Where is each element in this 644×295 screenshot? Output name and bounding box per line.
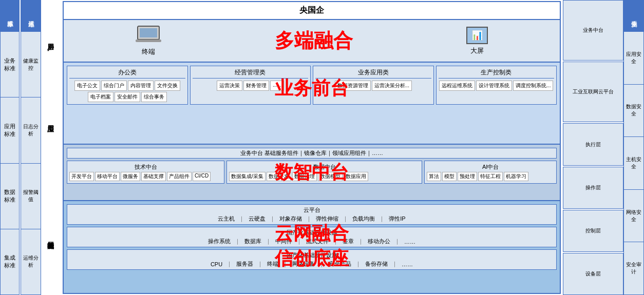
infra-layer: 云平台 云主机 ｜ 云硬盘 ｜ 对象存储 ｜ 弹性伸缩 ｜ 负载均衡 ｜ 弹性I…: [64, 201, 560, 293]
sw-item-6: 移动办公: [368, 238, 390, 245]
ai-items: 算法 模型 预处理 特征工程 机器学习: [427, 172, 554, 181]
industrial-block-1: 业务中台: [563, 0, 623, 61]
anquan-column: 安全体系 应用安全 数据安全 主机安全 网络安全 安全审计: [623, 0, 644, 295]
main-wrapper: 标准体系 业务标准 应用标准 数据标准 集成标准 运维体系 健康监控 日志分析 …: [0, 0, 644, 295]
tech-item-4: 基础支撑: [141, 172, 166, 181]
mgmt-item-1: 运营决策: [217, 81, 242, 91]
ai-platform: AI中台 算法 模型 预处理 特征工程 机器学习: [424, 161, 557, 184]
data-item-5: 数据应用: [344, 172, 368, 181]
platform-layer: 业务中台 基础服务组件｜镜像仓库｜领域应用组件｜…… 技术中台 开发平台 移动平…: [64, 145, 560, 201]
cloud-platform: 云平台 云主机 ｜ 云硬盘 ｜ 对象存储 ｜ 弹性伸缩 ｜ 负载均衡 ｜ 弹性I…: [67, 204, 557, 225]
hw-item-3: 终端: [267, 260, 278, 268]
yunwei-item-2: 日志分析: [21, 97, 41, 163]
office-item-4: 文件交换: [155, 81, 180, 91]
biaozhun-column: 标准体系 业务标准 应用标准 数据标准 集成标准: [0, 0, 20, 295]
sw-item-2: 数据库: [244, 238, 261, 245]
platform-sections: 技术中台 开发平台 移动平台 微服务 基础支撑 产品组件 CI/CD 数据中台 …: [67, 161, 557, 184]
yunwei-item-3: 报警阈值: [21, 163, 41, 229]
app-center-label-container: 业务前台: [67, 107, 557, 122]
terminal-section: 终端: [136, 25, 161, 56]
svg-rect-2: [136, 40, 161, 42]
industrial-block-6: 设备层: [563, 253, 623, 295]
office-item-2: 综合门户: [101, 81, 127, 91]
mgmt-item-2: 财务管理: [243, 81, 269, 91]
data-platform: 数据中台 数据集成/采集 数据开发 数据治理 数据模型 数据应用: [226, 161, 422, 184]
industrial-block-2: 工业互联网云平台: [563, 62, 623, 122]
sw-item-1: 操作系统: [208, 238, 231, 245]
hw-item-6: 备份存储: [365, 260, 388, 268]
yunwei-header: 运维体系: [21, 1, 41, 31]
cloud-item-4: 弹性伸缩: [316, 215, 338, 223]
bizfront-label: 业务前台: [275, 76, 349, 101]
infra-layer-label: 基础设施层: [41, 179, 60, 295]
anquan-item-4: 网络安全: [624, 189, 643, 242]
app-layer: 办公类 电子公文 综合门户 内容管理 文件交换 电子档案 安全邮件 综合事务 经…: [64, 63, 560, 145]
biaozhun-item-1: 业务标准: [1, 31, 19, 97]
hardware-title: 国产化基础硬件设施: [70, 251, 553, 259]
industrial-block-3: 执行层: [563, 123, 623, 165]
yunwei-items: 健康监控 日志分析 报警阈值 运维分析: [21, 31, 41, 294]
screen-icon: 📊: [466, 27, 488, 44]
office-items: 电子公文 综合门户 内容管理 文件交换 电子档案 安全邮件 综合事务: [69, 81, 185, 102]
biaozhun-item-3: 数据标准: [1, 163, 19, 229]
hardware-items: CPU ｜ 服务器 ｜ 终端 ｜ 网络设备 ｜ 安全产品 ｜ 备份存储 ｜ ……: [70, 260, 553, 268]
cloud-item-6: 弹性IP: [389, 215, 405, 223]
tech-item-1: 开发平台: [69, 172, 94, 181]
data-item-3: 数据治理: [292, 172, 317, 181]
data-title: 数据中台: [229, 163, 420, 171]
multi-terminal-label: 多端融合: [275, 28, 353, 54]
prodctrl-title: 生产控制类: [439, 68, 555, 78]
tech-title: 技术中台: [69, 163, 222, 171]
office-item-1: 电子公文: [74, 81, 100, 91]
sw-item-7: ……: [404, 239, 415, 245]
screen-label: 大屏: [470, 46, 484, 55]
anquan-item-2: 数据安全: [624, 84, 643, 137]
office-item-6: 安全邮件: [115, 92, 140, 102]
cloud-title: 云平台: [70, 206, 553, 214]
anquan-item-3: 主机安全: [624, 136, 643, 189]
office-title: 办公类: [69, 68, 185, 78]
software-items: 操作系统 ｜ 数据库 ｜ 中间件 ｜ 流式文件 ｜ 签章 ｜ 移动办公 ｜ ……: [70, 238, 553, 245]
ai-item-3: 预处理: [458, 172, 477, 181]
cloud-item-3: 对象存储: [279, 215, 302, 223]
svg-rect-1: [140, 28, 157, 37]
yunwei-column: 运维体系 健康监控 日志分析 报警阈值 运维分析: [21, 0, 41, 295]
cloud-item-2: 云硬盘: [249, 215, 266, 223]
laptop-icon: [136, 25, 161, 45]
data-item-1: 数据集成/采集: [229, 172, 266, 181]
yunwei-item-1: 健康监控: [21, 31, 41, 97]
layer-labels: 用户层 应用层 基础设施层: [41, 0, 60, 295]
biaozhun-items: 业务标准 应用标准 数据标准 集成标准: [1, 31, 19, 294]
tech-item-3: 微服务: [121, 172, 140, 181]
prodctrl-item-1: 远程运维系统: [439, 81, 475, 91]
tech-item-2: 移动平台: [95, 172, 120, 181]
sw-item-4: 流式文件: [306, 238, 329, 245]
biaozhun-item-4: 集成标准: [1, 229, 19, 294]
office-category: 办公类 电子公文 综合门户 内容管理 文件交换 电子档案 安全邮件 综合事务: [67, 66, 188, 105]
data-item-4: 数据模型: [318, 172, 343, 181]
hw-item-7: ……: [402, 261, 413, 267]
hardware-infra: 国产化基础硬件设施 CPU ｜ 服务器 ｜ 终端 ｜ 网络设备 ｜ 安全产品 ｜…: [67, 249, 557, 270]
cloud-items: 云主机 ｜ 云硬盘 ｜ 对象存储 ｜ 弹性伸缩 ｜ 负载均衡 ｜ 弹性IP: [70, 215, 553, 223]
hw-item-5: 安全产品: [329, 260, 351, 268]
prodctrl-item-3: 调度控制系统...: [513, 81, 553, 91]
app-layer-label: 应用层: [41, 62, 60, 179]
ai-item-4: 特征工程: [478, 172, 503, 181]
platform-top-bar: 业务中台 基础服务组件｜镜像仓库｜领域应用组件｜……: [67, 148, 557, 159]
cloud-item-5: 负载均衡: [352, 215, 375, 223]
tech-item-6: CI/CD: [193, 172, 211, 181]
right-sidebar: 业务中台 工业互联网云平台 执行层 操作层 控制层 设备层 安全体系 应用安全 …: [562, 0, 644, 295]
left-sidebar: 标准体系 业务标准 应用标准 数据标准 集成标准 运维体系 健康监控 日志分析 …: [0, 0, 62, 295]
right-sections: 业务中台 工业互联网云平台 执行层 操作层 控制层 设备层 安全体系 应用安全 …: [562, 0, 644, 295]
prodctrl-item-2: 设计管理系统: [476, 81, 512, 91]
sw-item-5: 签章: [343, 238, 354, 245]
hw-item-4: 网络设备: [292, 260, 315, 268]
office-item-7: 综合事务: [141, 92, 167, 102]
terminal-label: 终端: [142, 47, 155, 56]
industrial-blocks: 业务中台 工业互联网云平台 执行层 操作层 控制层 设备层: [563, 0, 623, 295]
anquan-item-1: 应用安全: [624, 31, 643, 84]
data-items: 数据集成/采集 数据开发 数据治理 数据模型 数据应用: [229, 172, 420, 181]
software-title: 国产化基础软件设施: [70, 229, 553, 237]
cloud-item-1: 云主机: [218, 215, 235, 223]
hw-item-cpu: CPU: [211, 261, 222, 267]
